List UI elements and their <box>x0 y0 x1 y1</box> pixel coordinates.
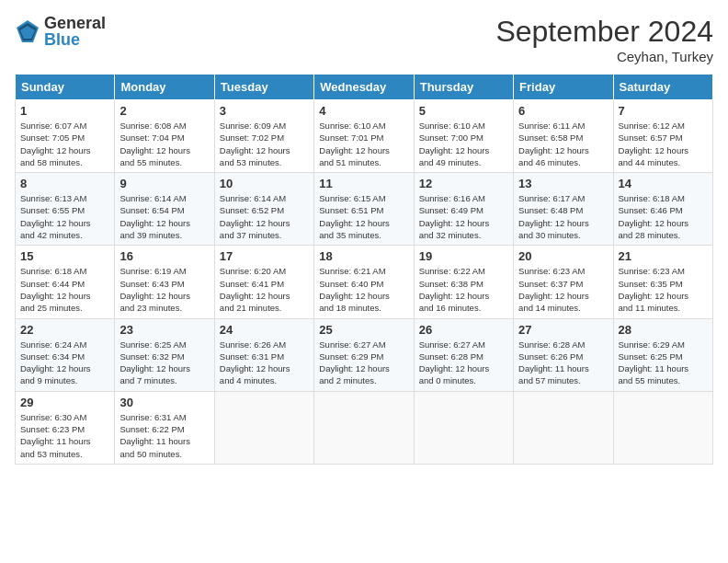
logo-general: General <box>44 15 106 31</box>
calendar-cell: 5Sunrise: 6:10 AMSunset: 7:00 PMDaylight… <box>414 100 513 173</box>
page-header: General Blue September 2024 Ceyhan, Turk… <box>15 15 713 64</box>
day-number: 25 <box>319 323 408 337</box>
calendar-cell: 10Sunrise: 6:14 AMSunset: 6:52 PMDayligh… <box>214 173 313 246</box>
day-number: 2 <box>119 104 209 118</box>
day-info: Sunrise: 6:15 AMSunset: 6:51 PMDaylight:… <box>319 192 408 241</box>
calendar-cell: 27Sunrise: 6:28 AMSunset: 6:26 PMDayligh… <box>514 318 613 391</box>
calendar-week-2: 8Sunrise: 6:13 AMSunset: 6:55 PMDaylight… <box>16 173 713 246</box>
calendar-cell <box>414 391 513 464</box>
calendar-cell: 26Sunrise: 6:27 AMSunset: 6:28 PMDayligh… <box>414 318 513 391</box>
day-number: 13 <box>518 177 608 190</box>
calendar-cell: 18Sunrise: 6:21 AMSunset: 6:40 PMDayligh… <box>314 246 414 318</box>
location: Ceyhan, Turkey <box>495 49 713 64</box>
day-number: 4 <box>319 104 408 118</box>
calendar-cell: 30Sunrise: 6:31 AMSunset: 6:22 PMDayligh… <box>115 391 214 464</box>
calendar-cell: 22Sunrise: 6:24 AMSunset: 6:34 PMDayligh… <box>16 318 115 391</box>
calendar-cell: 23Sunrise: 6:25 AMSunset: 6:32 PMDayligh… <box>115 318 214 391</box>
day-number: 24 <box>220 323 309 337</box>
day-number: 1 <box>20 104 109 118</box>
calendar-cell: 29Sunrise: 6:30 AMSunset: 6:23 PMDayligh… <box>16 391 115 464</box>
day-number: 19 <box>419 249 508 263</box>
calendar-cell: 15Sunrise: 6:18 AMSunset: 6:44 PMDayligh… <box>16 246 115 318</box>
day-info: Sunrise: 6:18 AMSunset: 6:46 PMDaylight:… <box>619 192 708 241</box>
logo: General Blue <box>15 15 106 48</box>
day-info: Sunrise: 6:30 AMSunset: 6:23 PMDaylight:… <box>20 411 109 460</box>
day-info: Sunrise: 6:08 AMSunset: 7:04 PMDaylight:… <box>119 120 209 168</box>
calendar-cell: 14Sunrise: 6:18 AMSunset: 6:46 PMDayligh… <box>613 173 712 246</box>
day-number: 26 <box>419 323 508 337</box>
day-info: Sunrise: 6:25 AMSunset: 6:32 PMDaylight:… <box>119 339 209 387</box>
calendar-cell: 21Sunrise: 6:23 AMSunset: 6:35 PMDayligh… <box>613 246 712 318</box>
logo-icon <box>15 18 40 44</box>
calendar-week-1: 1Sunrise: 6:07 AMSunset: 7:05 PMDaylight… <box>16 100 713 173</box>
day-number: 30 <box>119 396 209 409</box>
day-info: Sunrise: 6:17 AMSunset: 6:48 PMDaylight:… <box>518 192 608 241</box>
day-info: Sunrise: 6:27 AMSunset: 6:28 PMDaylight:… <box>419 339 508 387</box>
day-number: 6 <box>518 104 608 118</box>
calendar-cell: 8Sunrise: 6:13 AMSunset: 6:55 PMDaylight… <box>16 173 115 246</box>
day-info: Sunrise: 6:29 AMSunset: 6:25 PMDaylight:… <box>619 339 708 387</box>
month-title: September 2024 <box>495 15 713 49</box>
day-number: 15 <box>20 249 109 263</box>
calendar-cell: 4Sunrise: 6:10 AMSunset: 7:01 PMDaylight… <box>314 100 414 173</box>
day-info: Sunrise: 6:26 AMSunset: 6:31 PMDaylight:… <box>220 339 309 387</box>
day-number: 3 <box>220 104 309 118</box>
day-info: Sunrise: 6:12 AMSunset: 6:57 PMDaylight:… <box>619 120 708 168</box>
calendar-cell: 28Sunrise: 6:29 AMSunset: 6:25 PMDayligh… <box>613 318 712 391</box>
day-info: Sunrise: 6:21 AMSunset: 6:40 PMDaylight:… <box>319 265 408 314</box>
calendar-table: SundayMondayTuesdayWednesdayThursdayFrid… <box>15 74 713 465</box>
day-info: Sunrise: 6:10 AMSunset: 7:00 PMDaylight:… <box>419 120 508 168</box>
calendar-week-5: 29Sunrise: 6:30 AMSunset: 6:23 PMDayligh… <box>16 391 713 464</box>
calendar-cell: 11Sunrise: 6:15 AMSunset: 6:51 PMDayligh… <box>314 173 414 246</box>
calendar-cell: 3Sunrise: 6:09 AMSunset: 7:02 PMDaylight… <box>214 100 313 173</box>
title-area: September 2024 Ceyhan, Turkey <box>495 15 713 64</box>
day-info: Sunrise: 6:11 AMSunset: 6:58 PMDaylight:… <box>518 120 608 168</box>
day-info: Sunrise: 6:31 AMSunset: 6:22 PMDaylight:… <box>119 411 209 460</box>
day-info: Sunrise: 6:09 AMSunset: 7:02 PMDaylight:… <box>220 120 309 168</box>
calendar-header-row: SundayMondayTuesdayWednesdayThursdayFrid… <box>16 75 713 100</box>
day-info: Sunrise: 6:14 AMSunset: 6:54 PMDaylight:… <box>119 192 209 241</box>
calendar-cell <box>214 391 313 464</box>
calendar-cell: 24Sunrise: 6:26 AMSunset: 6:31 PMDayligh… <box>214 318 313 391</box>
logo-text: General Blue <box>44 15 106 48</box>
day-number: 27 <box>518 323 608 337</box>
day-info: Sunrise: 6:18 AMSunset: 6:44 PMDaylight:… <box>20 265 109 314</box>
day-info: Sunrise: 6:07 AMSunset: 7:05 PMDaylight:… <box>20 120 109 168</box>
logo-blue: Blue <box>44 31 106 48</box>
day-number: 12 <box>419 177 508 190</box>
day-header-tuesday: Tuesday <box>214 75 313 100</box>
calendar-week-4: 22Sunrise: 6:24 AMSunset: 6:34 PMDayligh… <box>16 318 713 391</box>
calendar-cell <box>613 391 712 464</box>
calendar-cell: 9Sunrise: 6:14 AMSunset: 6:54 PMDaylight… <box>115 173 214 246</box>
day-header-saturday: Saturday <box>613 75 712 100</box>
day-number: 17 <box>220 249 309 263</box>
day-header-monday: Monday <box>115 75 214 100</box>
day-number: 29 <box>20 396 109 409</box>
calendar-cell: 20Sunrise: 6:23 AMSunset: 6:37 PMDayligh… <box>514 246 613 318</box>
day-header-friday: Friday <box>514 75 613 100</box>
calendar-cell: 6Sunrise: 6:11 AMSunset: 6:58 PMDaylight… <box>514 100 613 173</box>
day-number: 9 <box>119 177 209 190</box>
day-info: Sunrise: 6:28 AMSunset: 6:26 PMDaylight:… <box>518 339 608 387</box>
day-number: 14 <box>619 177 708 190</box>
day-number: 20 <box>518 249 608 263</box>
day-number: 18 <box>319 249 408 263</box>
day-number: 7 <box>619 104 708 118</box>
day-info: Sunrise: 6:14 AMSunset: 6:52 PMDaylight:… <box>220 192 309 241</box>
calendar-week-3: 15Sunrise: 6:18 AMSunset: 6:44 PMDayligh… <box>16 246 713 318</box>
calendar-cell: 7Sunrise: 6:12 AMSunset: 6:57 PMDaylight… <box>613 100 712 173</box>
day-info: Sunrise: 6:10 AMSunset: 7:01 PMDaylight:… <box>319 120 408 168</box>
day-info: Sunrise: 6:23 AMSunset: 6:35 PMDaylight:… <box>619 265 708 314</box>
day-info: Sunrise: 6:16 AMSunset: 6:49 PMDaylight:… <box>419 192 508 241</box>
day-info: Sunrise: 6:22 AMSunset: 6:38 PMDaylight:… <box>419 265 508 314</box>
day-number: 28 <box>619 323 708 337</box>
day-number: 23 <box>119 323 209 337</box>
day-number: 8 <box>20 177 109 190</box>
day-info: Sunrise: 6:20 AMSunset: 6:41 PMDaylight:… <box>220 265 309 314</box>
day-info: Sunrise: 6:19 AMSunset: 6:43 PMDaylight:… <box>119 265 209 314</box>
day-info: Sunrise: 6:13 AMSunset: 6:55 PMDaylight:… <box>20 192 109 241</box>
day-info: Sunrise: 6:24 AMSunset: 6:34 PMDaylight:… <box>20 339 109 387</box>
calendar-cell: 17Sunrise: 6:20 AMSunset: 6:41 PMDayligh… <box>214 246 313 318</box>
day-number: 11 <box>319 177 408 190</box>
day-number: 10 <box>220 177 309 190</box>
